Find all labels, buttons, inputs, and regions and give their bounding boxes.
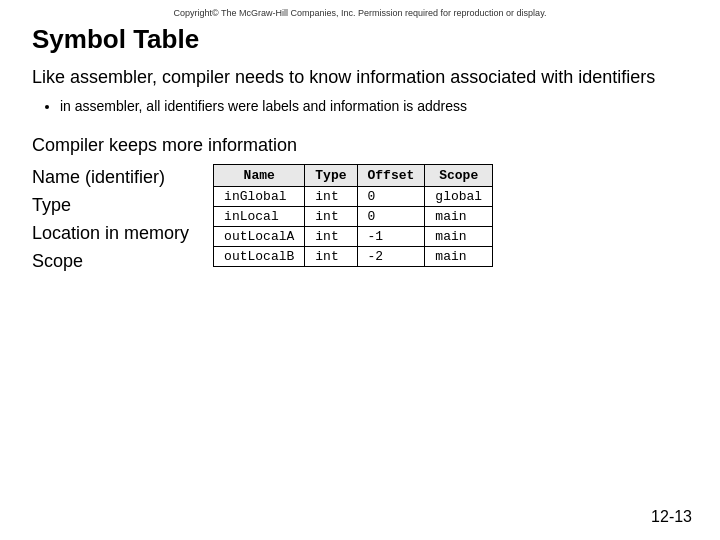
table-cell: main [425, 246, 493, 266]
table-cell: main [425, 206, 493, 226]
col-header-offset: Offset [357, 164, 425, 186]
table-cell: inGlobal [214, 186, 305, 206]
label-type: Type [32, 192, 189, 220]
page-title: Symbol Table [32, 24, 688, 55]
table-cell: 0 [357, 186, 425, 206]
table-cell: outLocalB [214, 246, 305, 266]
table-cell: outLocalA [214, 226, 305, 246]
label-location: Location in memory [32, 220, 189, 248]
table-cell: -1 [357, 226, 425, 246]
symbol-table: Name Type Offset Scope inGlobalint0globa… [213, 164, 493, 267]
table-cell: int [305, 206, 357, 226]
table-cell: global [425, 186, 493, 206]
label-scope: Scope [32, 248, 189, 276]
table-cell: 0 [357, 206, 425, 226]
page-number: 12-13 [651, 508, 692, 526]
table-cell: main [425, 226, 493, 246]
table-cell: int [305, 246, 357, 266]
copyright-text: Copyright© The McGraw-Hill Companies, In… [0, 0, 720, 24]
table-cell: inLocal [214, 206, 305, 226]
bullet-item: in assembler, all identifiers were label… [60, 97, 688, 117]
compiler-title: Compiler keeps more information [32, 135, 688, 156]
col-header-type: Type [305, 164, 357, 186]
table-row: outLocalBint-2main [214, 246, 493, 266]
col-header-name: Name [214, 164, 305, 186]
col-header-scope: Scope [425, 164, 493, 186]
table-cell: int [305, 226, 357, 246]
table-row: outLocalAint-1main [214, 226, 493, 246]
label-name: Name (identifier) [32, 164, 189, 192]
table-row: inLocalint0main [214, 206, 493, 226]
table-row: inGlobalint0global [214, 186, 493, 206]
table-cell: int [305, 186, 357, 206]
subtitle-text: Like assembler, compiler needs to know i… [32, 65, 688, 89]
table-cell: -2 [357, 246, 425, 266]
